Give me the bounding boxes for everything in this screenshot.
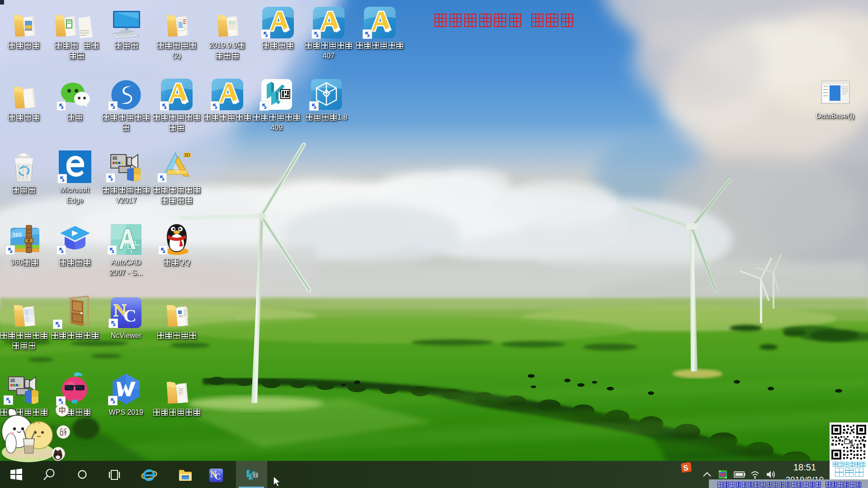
- svg-text:C: C: [123, 305, 137, 326]
- svg-text:3D: 3D: [184, 152, 190, 158]
- svg-text:360: 360: [12, 231, 22, 238]
- svg-text:C: C: [215, 472, 221, 481]
